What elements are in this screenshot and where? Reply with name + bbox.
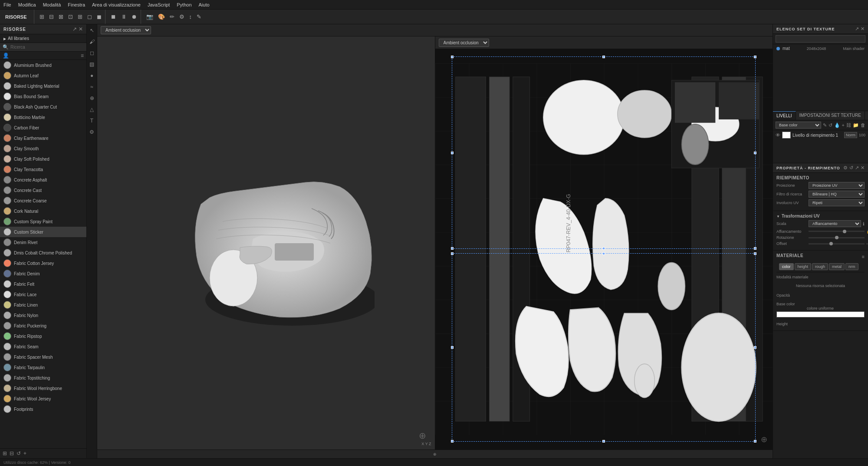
livelli-chain-icon[interactable]: ⛓ (846, 122, 851, 128)
material-item-15[interactable]: Custom Spray Paint (0, 216, 86, 227)
mat-tab-height[interactable]: height (795, 263, 812, 270)
layer-visibility-icon[interactable]: 👁 (776, 132, 780, 138)
footer-icon-2[interactable]: ⊟ (10, 450, 14, 456)
livelli-trash-icon[interactable]: 🗑 (861, 122, 865, 128)
involucro-select[interactable]: Ripeti (809, 199, 865, 206)
trasformazioni-toggle[interactable]: Trasformazioni UV (776, 214, 865, 218)
material-item-6[interactable]: Carbon Fiber (0, 122, 86, 133)
all-libraries-btn[interactable]: All libraries (0, 34, 86, 43)
material-item-27[interactable]: Fabric Seam (0, 341, 86, 352)
tab-impostazioni[interactable]: IMPOSTAZIONI SET TEXTURE (796, 111, 865, 120)
tool-6[interactable]: ✎ (195, 13, 203, 21)
material-item-1[interactable]: Autumn Leaf (0, 70, 86, 81)
proprieta-settings-icon[interactable]: ⚙ (843, 165, 848, 171)
material-item-28[interactable]: Fabric Spacer Mesh (0, 352, 86, 362)
menu-javascript[interactable]: JavaScript (148, 2, 170, 7)
material-item-12[interactable]: Concrete Cast (0, 185, 86, 195)
tool-3[interactable]: ✏ (168, 13, 176, 21)
left-bar-cursor[interactable]: ↖ (88, 26, 96, 35)
material-item-21[interactable]: Fabric Felt (0, 279, 86, 289)
play-btn[interactable]: ⏸ (119, 13, 128, 21)
material-item-19[interactable]: Fabric Cotton Jersey (0, 258, 86, 268)
layer-blend-mode[interactable]: Norm (844, 132, 857, 138)
texture-close-icon[interactable]: ✕ (861, 26, 865, 32)
grid-btn-3[interactable]: ⊠ (57, 13, 65, 21)
livelli-pencil-icon[interactable]: ✎ (823, 122, 827, 128)
proprieta-expand-icon[interactable]: ↗ (855, 165, 859, 171)
material-item-13[interactable]: Concrete Coarse (0, 195, 86, 206)
left-bar-color[interactable]: ● (88, 71, 96, 80)
material-item-2[interactable]: Baked Lighting Material (0, 81, 86, 91)
footer-icon-4[interactable]: + (23, 450, 26, 456)
user-icon[interactable]: 👤 (3, 53, 9, 59)
menu-modalita[interactable]: Modalità (43, 2, 61, 7)
livelli-folder-icon[interactable]: 📁 (853, 122, 859, 128)
grid-btn-1[interactable]: ⊞ (38, 13, 46, 21)
left-bar-text[interactable]: T (88, 116, 96, 125)
texture-expand-icon[interactable]: ↗ (855, 26, 859, 32)
shoe-3d-view[interactable]: X Y Z ⊕ (97, 36, 435, 449)
color-swatch[interactable] (776, 311, 865, 317)
offset-slider-y[interactable] (866, 243, 868, 245)
material-item-22[interactable]: Fabric Lace (0, 289, 86, 300)
tab-livelli[interactable]: LIVELLI (773, 111, 796, 120)
search-input[interactable] (10, 45, 84, 50)
proprieta-close-icon[interactable]: ✕ (861, 165, 865, 171)
livelli-recycle-icon[interactable]: ↺ (829, 122, 832, 128)
footer-icon-3[interactable]: ↺ (16, 450, 21, 456)
sidebar-expand-icon[interactable]: ↗ (72, 26, 77, 32)
tool-4[interactable]: ⚙ (178, 13, 186, 21)
affiancamento-slider[interactable] (809, 231, 865, 232)
layer-item-1[interactable]: 👁 Livello di riempimento 1 Norm 100 (773, 130, 868, 140)
viewport-mode-select-right[interactable]: Ambient occlusion (439, 39, 489, 47)
offset-slider-x[interactable] (809, 243, 865, 245)
uv-view[interactable]: Ambient occlusion (435, 36, 773, 449)
grid-btn-2[interactable]: ⊟ (47, 13, 56, 21)
material-item-11[interactable]: Concrete Asphalt (0, 175, 86, 185)
footer-icon-1[interactable]: ⊞ (3, 450, 7, 456)
livelli-add-icon[interactable]: + (842, 122, 845, 128)
proprieta-refresh-icon[interactable]: ↺ (849, 165, 853, 171)
material-item-29[interactable]: Fabric Tarpaulin (0, 362, 86, 373)
material-item-20[interactable]: Fabric Denim (0, 268, 86, 279)
material-item-18[interactable]: Dmis Cobalt Chrome Polished (0, 248, 86, 258)
material-item-8[interactable]: Clay Smooth (0, 143, 86, 154)
material-item-24[interactable]: Fabric Nylon (0, 310, 86, 321)
material-item-16[interactable]: Custom Sticker (0, 227, 86, 237)
left-bar-smudge[interactable]: ≈ (88, 83, 96, 91)
texture-search-input[interactable] (776, 35, 865, 43)
livelli-eyedrop-icon[interactable]: 💧 (834, 122, 840, 128)
filtro-select[interactable]: Bilineare | HQ (809, 191, 865, 198)
left-bar-settings[interactable]: ⚙ (88, 128, 96, 136)
grid-btn-7[interactable]: ◼ (95, 13, 103, 21)
material-item-23[interactable]: Fabric Linen (0, 300, 86, 310)
material-item-9[interactable]: Clay Soft Polished (0, 154, 86, 164)
stop-btn[interactable]: ⏹ (109, 13, 118, 21)
lock-icon[interactable]: 🔒 (866, 229, 868, 234)
material-item-31[interactable]: Fabric Wool Herringbone (0, 383, 86, 393)
material-item-25[interactable]: Fabric Puckering (0, 321, 86, 331)
mat-tab-color[interactable]: color (779, 263, 794, 270)
menu-area[interactable]: Area di visualizzazione (92, 2, 141, 7)
rotazione-value[interactable] (866, 235, 868, 240)
material-item-3[interactable]: Bias Bound Seam (0, 91, 86, 102)
mat-tab-nrm[interactable]: nrm (845, 263, 858, 270)
tool-2[interactable]: 🎨 (156, 13, 167, 21)
material-item-14[interactable]: Cork Natural (0, 206, 86, 216)
tool-5[interactable]: ↕ (187, 13, 194, 21)
sidebar-close-icon[interactable]: ✕ (79, 26, 83, 32)
grid-btn-6[interactable]: ◻ (85, 13, 94, 21)
material-item-17[interactable]: Denim Rivet (0, 237, 86, 248)
material-item-5[interactable]: Botticino Marble (0, 112, 86, 122)
record-btn[interactable]: ⏺ (130, 13, 139, 21)
scala-select[interactable]: Affiancamento (809, 220, 861, 227)
mat-tab-rough[interactable]: rough (812, 263, 828, 270)
menu-finestra[interactable]: Finestra (68, 2, 85, 7)
material-item-7[interactable]: Clay Earthenware (0, 133, 86, 143)
material-item-33[interactable]: Footprints (0, 404, 86, 414)
viewport-mode-select-left[interactable]: Ambient occlusion (101, 26, 151, 34)
material-item-26[interactable]: Fabric Ripstop (0, 331, 86, 341)
material-item-10[interactable]: Clay Terracotta (0, 164, 86, 175)
grid-btn-4[interactable]: ⊡ (66, 13, 75, 21)
list-view-icon[interactable]: ≡ (81, 53, 84, 59)
